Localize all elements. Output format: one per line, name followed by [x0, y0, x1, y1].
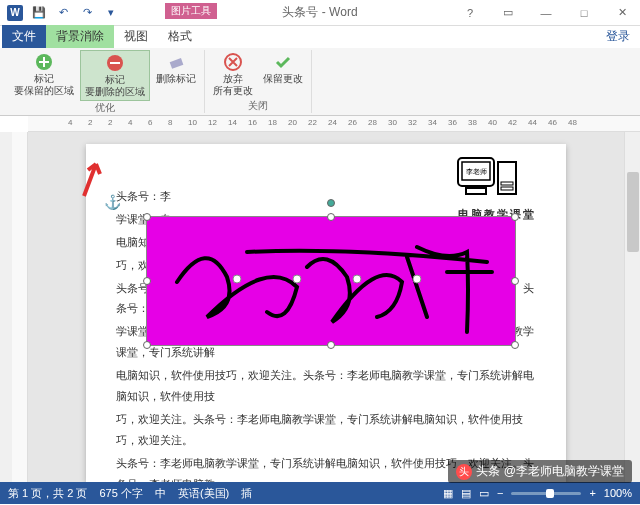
- redo-button[interactable]: ↷: [76, 2, 98, 24]
- zoom-out-button[interactable]: −: [497, 487, 503, 499]
- ribbon-tabs: 文件 背景消除 视图 格式 登录: [0, 26, 640, 48]
- resize-handle[interactable]: [511, 341, 519, 349]
- ruler-mark: 2: [88, 118, 92, 127]
- tab-format[interactable]: 格式: [158, 25, 202, 48]
- group-label-optimize: 优化: [95, 101, 115, 117]
- ruler-mark: 14: [228, 118, 237, 127]
- ruler-mark: 44: [528, 118, 537, 127]
- resize-handle[interactable]: [327, 341, 335, 349]
- ribbon-group-optimize: 标记 要保留的区域 标记 要删除的区域 删除标记 优化: [6, 50, 205, 113]
- page[interactable]: ⚓ 李老师 电脑教学课堂 头条号：李: [86, 144, 566, 482]
- resize-handle[interactable]: [143, 341, 151, 349]
- resize-handle[interactable]: [511, 213, 519, 221]
- ruler-mark: 18: [268, 118, 277, 127]
- ruler-mark: 4: [128, 118, 132, 127]
- ruler-mark: 4: [68, 118, 72, 127]
- computer-icon: 李老师: [452, 152, 522, 202]
- signature-graphic: [147, 217, 517, 347]
- group-label-close: 关闭: [248, 99, 268, 115]
- tab-file[interactable]: 文件: [2, 25, 46, 48]
- ruler-mark: 28: [368, 118, 377, 127]
- status-bar: 第 1 页，共 2 页 675 个字 中 英语(美国) 插 ▦ ▤ ▭ − + …: [0, 482, 640, 504]
- vertical-ruler[interactable]: [12, 132, 28, 482]
- close-button[interactable]: ✕: [608, 3, 636, 23]
- svg-point-11: [233, 275, 241, 283]
- view-read-icon[interactable]: ▤: [461, 487, 471, 500]
- document-area[interactable]: ⚓ 李老师 电脑教学课堂 头条号：李: [28, 132, 624, 482]
- ribbon-options-button[interactable]: ▭: [494, 3, 522, 23]
- ruler-mark: 38: [468, 118, 477, 127]
- mark-keep-button[interactable]: 标记 要保留的区域: [10, 50, 78, 99]
- left-gutter: [0, 132, 12, 482]
- ruler-mark: 32: [408, 118, 417, 127]
- discard-changes-button[interactable]: 放弃 所有更改: [209, 50, 257, 99]
- svg-rect-9: [501, 182, 513, 185]
- language-indicator[interactable]: 英语(美国): [178, 486, 229, 501]
- insert-mode[interactable]: 插: [241, 486, 252, 501]
- watermark: 头 头条 @李老师电脑教学课堂: [448, 460, 632, 483]
- word-count[interactable]: 675 个字: [99, 486, 142, 501]
- title-bar: W 💾 ↶ ↷ ▾ 图片工具 头条号 - Word ? ▭ — □ ✕: [0, 0, 640, 26]
- word-app-icon[interactable]: W: [4, 2, 26, 24]
- ruler-mark: 2: [108, 118, 112, 127]
- resize-handle[interactable]: [511, 277, 519, 285]
- help-button[interactable]: ?: [456, 3, 484, 23]
- ruler-mark: 26: [348, 118, 357, 127]
- ruler-mark: 22: [308, 118, 317, 127]
- ruler-mark: 30: [388, 118, 397, 127]
- view-print-layout-icon[interactable]: ▦: [443, 487, 453, 500]
- save-button[interactable]: 💾: [28, 2, 50, 24]
- ribbon: 标记 要保留的区域 标记 要删除的区域 删除标记 优化 放弃 所有更改 保留更改: [0, 48, 640, 116]
- ruler-mark: 36: [448, 118, 457, 127]
- tab-background-remove[interactable]: 背景消除: [46, 25, 114, 48]
- undo-button[interactable]: ↶: [52, 2, 74, 24]
- ruler-mark: 8: [168, 118, 172, 127]
- vertical-scrollbar[interactable]: [624, 132, 640, 482]
- ruler-mark: 40: [488, 118, 497, 127]
- keep-changes-button[interactable]: 保留更改: [259, 50, 307, 87]
- annotation-arrow-icon: [78, 158, 108, 198]
- resize-handle[interactable]: [143, 277, 151, 285]
- maximize-button[interactable]: □: [570, 3, 598, 23]
- view-web-icon[interactable]: ▭: [479, 487, 489, 500]
- resize-handle[interactable]: [327, 213, 335, 221]
- ruler-mark: 46: [548, 118, 557, 127]
- watermark-text: @李老师电脑教学课堂: [504, 463, 624, 480]
- tab-view[interactable]: 视图: [114, 25, 158, 48]
- scrollbar-thumb[interactable]: [627, 172, 639, 252]
- resize-handle[interactable]: [143, 213, 151, 221]
- plus-circle-icon: [34, 52, 54, 72]
- qat-dropdown[interactable]: ▾: [100, 2, 122, 24]
- zoom-slider-thumb[interactable]: [546, 489, 554, 498]
- delete-mark-button[interactable]: 删除标记: [152, 50, 200, 87]
- ruler-mark: 6: [148, 118, 152, 127]
- watermark-icon: 头: [456, 464, 472, 480]
- svg-rect-10: [501, 187, 513, 190]
- ruler-mark: 20: [288, 118, 297, 127]
- cancel-icon: [223, 52, 243, 72]
- lang-icon[interactable]: 中: [155, 486, 166, 501]
- minimize-button[interactable]: —: [532, 3, 560, 23]
- text-line[interactable]: 巧，欢迎关注。头条号：李老师电脑教学课堂，专门系统讲解电脑知识，软件使用技巧，欢…: [116, 409, 536, 451]
- zoom-slider[interactable]: [511, 492, 581, 495]
- selected-image[interactable]: [146, 216, 516, 346]
- text-line[interactable]: 电脑知识，软件使用技巧，欢迎关注。头条号：李老师电脑教学课堂，专门系统讲解电脑知…: [116, 365, 536, 407]
- svg-point-14: [413, 275, 421, 283]
- zoom-in-button[interactable]: +: [589, 487, 595, 499]
- ruler-mark: 12: [208, 118, 217, 127]
- quick-access-toolbar: W 💾 ↶ ↷ ▾: [0, 2, 126, 24]
- check-icon: [273, 52, 293, 72]
- minus-circle-icon: [105, 53, 125, 73]
- mark-remove-button[interactable]: 标记 要删除的区域: [80, 50, 150, 101]
- rotate-handle[interactable]: [327, 199, 335, 207]
- page-indicator[interactable]: 第 1 页，共 2 页: [8, 486, 87, 501]
- svg-rect-2: [170, 58, 184, 69]
- header-logo: 李老师 电脑教学课堂: [452, 152, 542, 225]
- ruler-mark: 24: [328, 118, 337, 127]
- picture-tools-contextual-header: 图片工具: [165, 3, 217, 19]
- horizontal-ruler[interactable]: 4224681012141618202224262830323436384042…: [28, 116, 640, 132]
- login-link[interactable]: 登录: [596, 25, 640, 48]
- eraser-icon: [166, 52, 186, 72]
- zoom-level[interactable]: 100%: [604, 487, 632, 499]
- ribbon-group-close: 放弃 所有更改 保留更改 关闭: [205, 50, 312, 113]
